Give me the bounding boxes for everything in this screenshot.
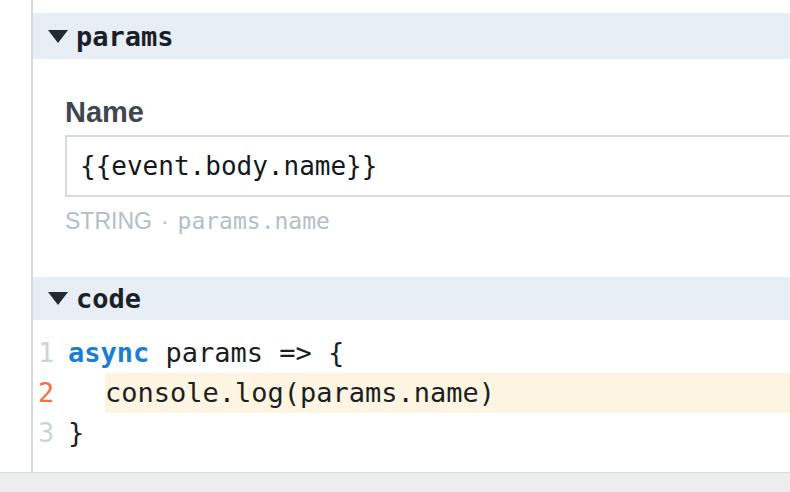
section-header-params[interactable]: params (33, 13, 790, 59)
name-input[interactable] (65, 135, 790, 197)
code-text: async params => { (68, 333, 344, 373)
section-label-params: params (76, 21, 174, 52)
line-number-active: 2 (33, 373, 68, 413)
section-label-code: code (76, 283, 141, 314)
line-number: 1 (33, 333, 68, 373)
code-text: } (68, 413, 84, 453)
code-token: params => { (149, 337, 344, 368)
collapse-triangle-icon (48, 30, 68, 43)
field-meta: STRING · params.name (65, 208, 330, 235)
code-editor[interactable]: 1 async params => { 2 console.log(params… (33, 320, 790, 472)
code-line: 3 } (33, 413, 790, 453)
section-header-code[interactable]: code (33, 277, 790, 320)
code-line-active: 2 console.log(params.name) (33, 373, 790, 413)
line-number: 3 (33, 413, 68, 453)
field-meta-separator: · (161, 208, 169, 235)
field-path: params.name (178, 208, 330, 234)
keyword-token: async (68, 337, 149, 368)
code-text: console.log(params.name) (105, 373, 790, 413)
field-type-badge: STRING (65, 208, 152, 235)
collapse-triangle-icon (48, 292, 68, 305)
field-label-name: Name (65, 96, 144, 129)
code-line: 1 async params => { (33, 333, 790, 373)
panel-footer (0, 472, 790, 492)
